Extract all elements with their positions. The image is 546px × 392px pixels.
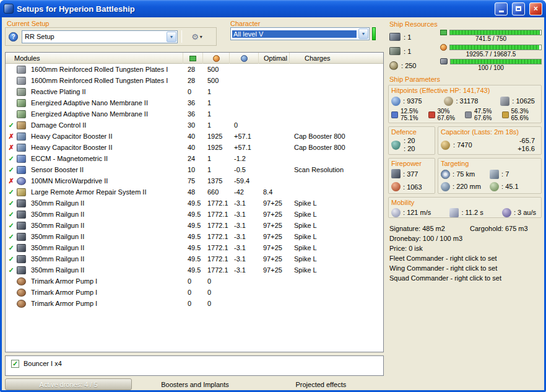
damage-control-icon [17, 121, 26, 129]
module-active-icon[interactable]: ✓ [6, 253, 17, 264]
module-active-icon[interactable]: ✓ [6, 198, 17, 209]
module-cpu: 49.5 [183, 266, 203, 274]
module-row[interactable]: ✓350mm Railgun II49.51772.1-3.197+25Spik… [6, 253, 383, 264]
module-row[interactable]: ✗Heavy Capacitor Booster II401925+57.1Ca… [6, 131, 383, 142]
module-active-icon[interactable]: ✓ [6, 220, 17, 231]
module-active-icon[interactable]: ✓ [6, 264, 17, 276]
mwd-icon [17, 177, 26, 185]
help-icon[interactable]: ? [9, 32, 18, 41]
module-row[interactable]: Trimark Armor Pump I00 [6, 287, 383, 298]
module-row[interactable]: Trimark Armor Pump I00 [6, 298, 383, 309]
maximize-button[interactable] [512, 2, 525, 15]
capacitor-box: Capacitor (Lasts: 2m 18s) 7470 -65.7 +16… [438, 126, 542, 155]
tab-projected-effects[interactable]: Projected effects [258, 378, 384, 390]
resource-slot-value: 250 [401, 62, 416, 69]
module-optimal: 97+25 [259, 211, 290, 218]
module-active-icon[interactable]: ✓ [6, 209, 17, 220]
setup-combobox-value: RR Setup [22, 33, 166, 40]
module-row[interactable]: Energized Adaptive Nano Membrane II361 [6, 97, 383, 108]
module-row[interactable]: ✗Heavy Capacitor Booster II401925+57.1Ca… [6, 142, 383, 153]
module-powergrid: 1 [203, 110, 230, 118]
module-inactive-icon[interactable]: ✗ [6, 175, 17, 186]
module-inactive-icon[interactable]: ✗ [6, 142, 17, 153]
module-row[interactable]: ✓350mm Railgun II49.51772.1-3.197+25Spik… [6, 220, 383, 231]
module-row[interactable]: 1600mm Reinforced Rolled Tungsten Plates… [6, 75, 383, 86]
module-row[interactable]: Reactive Plating II01 [6, 86, 383, 97]
defence-value-top: 20 [404, 137, 415, 145]
drone-checkbox[interactable]: ✓ [11, 360, 19, 368]
wing-commander-slot[interactable]: Wing Commander - right click to set [389, 263, 542, 273]
module-row[interactable]: ✓350mm Railgun II49.51772.1-3.197+25Spik… [6, 198, 383, 209]
title-bar[interactable]: Setups for Hyperion Battleship × [0, 0, 546, 17]
module-row[interactable]: ✓Sensor Booster II101-0.5Scan Resolution [6, 164, 383, 175]
scan-resolution-icon [441, 182, 450, 191]
firepower-targeting-row: Firepower 377 1063 Targeting [388, 158, 542, 194]
minimize-button[interactable] [495, 2, 508, 15]
price-value: Price: 0 isk [389, 243, 542, 253]
armor-resist-value: 65.6% [511, 115, 529, 121]
module-active-icon[interactable]: ✓ [6, 242, 17, 253]
capacitor-recharge: +16.6 [518, 145, 535, 153]
em-resist-icon [391, 111, 398, 118]
setup-combobox[interactable]: RR Setup ▼ [22, 30, 178, 43]
module-active-icon[interactable]: ✓ [6, 120, 17, 131]
resource-bar-block: 741.5 / 750 [440, 30, 542, 44]
eccm-icon [17, 155, 26, 163]
module-row[interactable]: ✓Damage Control II3010 [6, 120, 383, 131]
module-active-icon[interactable]: ✓ [6, 231, 17, 242]
module-active-icon[interactable]: ✓ [6, 153, 17, 164]
module-optimal: 97+25 [259, 233, 290, 240]
close-button[interactable]: × [529, 2, 542, 15]
module-active-icon[interactable]: ✓ [6, 186, 17, 198]
module-charge: Cap Booster 800 [290, 133, 383, 140]
module-row[interactable]: ✗100MN MicroWarpdrive II751375-59.4 [6, 175, 383, 186]
module-name: 100MN MicroWarpdrive II [29, 177, 183, 185]
targeting-label: Targeting [441, 160, 539, 168]
module-row[interactable]: ✓Large Remote Armor Repair System II4866… [6, 186, 383, 198]
speed-icon [391, 208, 401, 217]
chevron-down-icon[interactable]: ▼ [358, 28, 368, 39]
squad-commander-slot[interactable]: Squad Commander - right click to set [389, 273, 542, 283]
cpu-icon [189, 56, 196, 61]
tab-boosters-implants[interactable]: Boosters and Implants [132, 378, 258, 390]
module-cap: -59.4 [230, 177, 259, 185]
chevron-down-icon[interactable]: ▼ [167, 32, 176, 42]
module-cpu: 28 [183, 77, 203, 84]
resource-row: 1741.5 / 750 [388, 30, 542, 44]
window-title: Setups for Hyperion Battleship [17, 4, 490, 14]
tab-active-drones[interactable]: Active drones: 4 / 5 [5, 378, 132, 390]
module-powergrid: 1375 [203, 177, 230, 185]
plating-icon [17, 88, 26, 96]
resource-slot: 1 [388, 30, 440, 44]
fleet-commander-slot[interactable]: Fleet Commander - right click to set [389, 253, 542, 263]
module-row[interactable]: ✓350mm Railgun II49.51772.1-3.197+25Spik… [6, 242, 383, 253]
setup-tools-button[interactable]: ⚙ ▾ [186, 30, 208, 43]
character-combobox[interactable]: All level V ▼ [230, 27, 370, 40]
module-cpu: 49.5 [183, 233, 203, 240]
module-active-icon[interactable]: ✓ [6, 164, 17, 175]
modules-table-header: Modules Optimal Charges [6, 53, 383, 64]
module-row[interactable]: ✓350mm Railgun II49.51772.1-3.197+25Spik… [6, 264, 383, 276]
armor-resist-value: 67.6% [474, 115, 492, 121]
module-cap: -0.5 [230, 166, 259, 173]
capacitor-icon [441, 141, 450, 150]
module-row[interactable]: ✓ECCM - Magnetometric II241-1.2 [6, 153, 383, 164]
resource-bar [450, 59, 542, 64]
shield-resist-value: 12.5% [401, 108, 418, 115]
module-powergrid: 1772.1 [203, 211, 230, 218]
current-setup-label: Current Setup [7, 20, 49, 27]
module-row[interactable]: Trimark Armor Pump I00 [6, 276, 383, 287]
armor-plate-icon [17, 66, 26, 74]
module-charge: Spike L [290, 255, 383, 263]
module-cpu: 30 [183, 121, 203, 129]
module-charge: Spike L [290, 199, 383, 207]
module-cap: -3.1 [230, 199, 259, 207]
calibration-icon [389, 61, 398, 70]
module-row[interactable]: ✓350mm Railgun II49.51772.1-3.197+25Spik… [6, 231, 383, 242]
module-row[interactable]: ✓350mm Railgun II49.51772.1-3.197+25Spik… [6, 209, 383, 220]
module-row[interactable]: 1600mm Reinforced Rolled Tungsten Plates… [6, 64, 383, 75]
module-inactive-icon[interactable]: ✗ [6, 131, 17, 142]
module-row[interactable]: Energized Adaptive Nano Membrane II361 [6, 108, 383, 120]
ship-parameters-label: Ship Parameters [389, 76, 542, 83]
cap-booster-icon [17, 133, 26, 141]
